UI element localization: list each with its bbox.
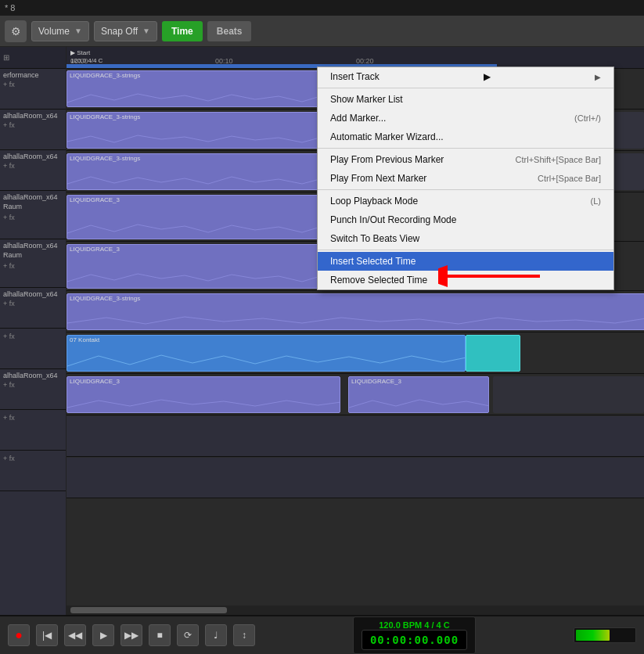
track-row: + fx [0, 410, 66, 451]
clip-6-teal[interactable] [466, 335, 520, 372]
track-fx-1[interactable]: + fx [0, 120, 66, 131]
red-arrow-svg [438, 262, 540, 290]
horizontal-scrollbar[interactable] [67, 605, 644, 615]
track-name-2: alhallaRoom_x64 [0, 150, 66, 161]
clip-7b[interactable]: LIQUIDGRACE_3 [348, 376, 489, 413]
menu-item-shortcut-add-marker: (Ctrl+/) [574, 113, 601, 123]
menu-item-loop-playback[interactable]: Loop Playback Mode (L) [318, 192, 613, 210]
loop-button[interactable]: ⟳ [177, 624, 199, 646]
volume-dropdown[interactable]: Volume ▼ [31, 21, 89, 41]
track-name-4: alhallaRoom_x64 [0, 239, 66, 250]
rewind-to-start-icon: |◀ [42, 630, 52, 641]
track-name-3: alhallaRoom_x64 [0, 191, 66, 202]
menu-item-label-remove-selected-time: Remove Selected Time [330, 275, 427, 286]
clip-6[interactable]: 07 Kontakt [67, 335, 466, 372]
menu-item-label-switch-beats: Switch To Beats View [330, 233, 419, 244]
track-fx-2[interactable]: + fx [0, 161, 66, 172]
time-button[interactable]: Time [162, 21, 203, 41]
track-fx-9[interactable]: + fx [0, 454, 66, 465]
gear-icon: ⚙ [11, 25, 21, 38]
clip-row-7: LIQUIDGRACE_3 LIQUIDGRACE_3 [67, 375, 644, 415]
time-code-display: 00:00:00.000 [362, 630, 467, 650]
track-row: alhallaRoom_x64 Raum + fx [0, 191, 66, 239]
clip-row-6: 07 Kontakt [67, 333, 644, 374]
play-button[interactable]: ▶ [92, 624, 114, 646]
clip-row-5: LIQUIDGRACE_3-strings [67, 292, 644, 332]
bpm-text: 120.0 BPM 4 / 4 C [362, 620, 467, 630]
gear-button[interactable]: ⚙ [5, 20, 27, 42]
track-name-1: alhallaRoom_x64 [0, 110, 66, 120]
stop-icon: ■ [157, 630, 162, 641]
menu-item-insert-track[interactable]: Insert Track ▶ [318, 67, 613, 86]
fast-forward-icon: ▶▶ [124, 630, 139, 641]
menu-item-switch-beats[interactable]: Switch To Beats View [318, 229, 613, 248]
menu-item-label-insert-selected-time: Insert Selected Time [330, 256, 416, 267]
rewind-button[interactable]: ◀◀ [64, 624, 86, 646]
clip-label-7b: LIQUIDGRACE_3 [349, 377, 488, 386]
export-button[interactable]: ↕ [233, 624, 255, 646]
menu-item-play-next-marker[interactable]: Play From Next Marker Ctrl+[Space Bar] [318, 169, 613, 188]
clip-7-ext [493, 376, 644, 413]
clip-7a[interactable]: LIQUIDGRACE_3 [67, 376, 340, 413]
menu-item-show-marker-list[interactable]: Show Marker List [318, 90, 613, 109]
track-name-7: alhallaRoom_x64 [0, 369, 66, 380]
track-row: erformance + fx [0, 69, 66, 110]
beats-button[interactable]: Beats [207, 21, 252, 41]
track-row: alhallaRoom_x64 + fx [0, 288, 66, 329]
clip-label-6: 07 Kontakt [67, 336, 465, 344]
clip-row-8 [67, 416, 644, 457]
snap-dropdown[interactable]: Snap Off ▼ [94, 21, 157, 41]
menu-item-add-marker[interactable]: Add Marker... (Ctrl+/) [318, 109, 613, 128]
menu-item-label-play-next-marker: Play From Next Marker [330, 173, 426, 184]
snap-label: Snap Off [101, 26, 138, 37]
title-bar: * 8 [0, 0, 644, 16]
menu-item-label-punch-in-out: Punch In/Out Recording Mode [330, 214, 456, 225]
menu-item-label-show-marker-list: Show Marker List [330, 94, 403, 105]
menu-item-label-play-prev-marker: Play From Previous Marker [330, 154, 444, 165]
track-fx-4[interactable]: Raum [0, 250, 66, 261]
stop-button[interactable]: ■ [149, 624, 171, 646]
menu-sep-2 [318, 148, 613, 149]
track-fx-5[interactable]: + fx [0, 299, 66, 310]
track-fx-7[interactable]: + fx [0, 380, 66, 391]
track-row: alhallaRoom_x64 + fx [0, 369, 66, 410]
loop-icon: ⟳ [184, 630, 192, 641]
track-row: alhallaRoom_x64 + fx [0, 110, 66, 150]
track-panel: ⊞ erformance + fx alhallaRoom_x64 + fx a… [0, 47, 67, 615]
menu-sep-1 [318, 88, 613, 88]
menu-item-shortcut-loop: (L) [591, 196, 601, 206]
track-fx-0[interactable]: + fx [0, 80, 66, 91]
track-row: + fx [0, 451, 66, 491]
clip-5[interactable]: LIQUIDGRACE_3-strings [67, 293, 644, 330]
title-text: * 8 [5, 3, 15, 13]
context-menu: Insert Track ▶ Show Marker List Add Mark… [317, 66, 614, 290]
menu-item-label-add-marker: Add Marker... [330, 113, 386, 124]
record-button[interactable]: ● [8, 624, 30, 646]
menu-item-play-prev-marker[interactable]: Play From Previous Marker Ctrl+Shift+[Sp… [318, 150, 613, 169]
track-name-5: alhallaRoom_x64 [0, 288, 66, 299]
menu-item-punch-in-out[interactable]: Punch In/Out Recording Mode [318, 210, 613, 229]
menu-item-label-loop-playback: Loop Playback Mode [330, 196, 418, 207]
track-fx-3[interactable]: Raum [0, 202, 66, 213]
scrollbar-thumb[interactable] [70, 607, 227, 613]
submenu-arrow-insert-track: ▶ [484, 71, 491, 82]
metronome-button[interactable]: ♩ [205, 624, 227, 646]
volume-meter [574, 627, 636, 643]
track-fx-4b[interactable]: + fx [0, 261, 66, 272]
track-fx-8[interactable]: + fx [0, 413, 66, 424]
fast-forward-button[interactable]: ▶▶ [121, 624, 142, 646]
rewind-to-start-button[interactable]: |◀ [36, 624, 58, 646]
menu-item-label-auto-marker-wizard: Automatic Marker Wizard... [330, 131, 444, 142]
track-fx-6[interactable]: + fx [0, 332, 66, 343]
clip-label-5: LIQUIDGRACE_3-strings [67, 294, 644, 303]
grid-icon: ⊞ [3, 53, 9, 62]
track-row: alhallaRoom_x64 Raum + fx [0, 239, 66, 288]
menu-item-auto-marker-wizard[interactable]: Automatic Marker Wizard... [318, 128, 613, 146]
track-fx-3b[interactable]: + fx [0, 213, 66, 224]
track-row: alhallaRoom_x64 + fx [0, 150, 66, 191]
volume-dropdown-arrow: ▼ [74, 27, 82, 35]
rewind-icon: ◀◀ [68, 630, 82, 641]
red-arrow-indicator [438, 262, 540, 290]
clip-label-7a: LIQUIDGRACE_3 [67, 377, 340, 386]
clip-row-9 [67, 458, 644, 498]
